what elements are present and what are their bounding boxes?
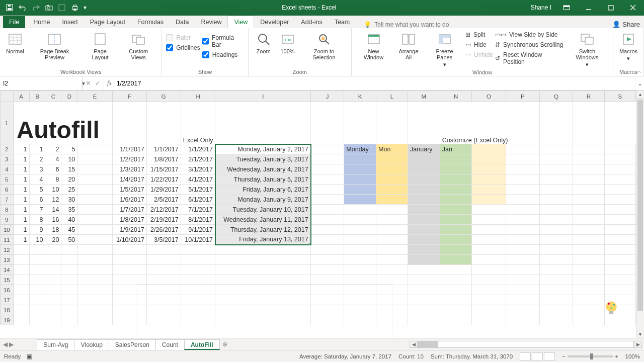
cell-H5[interactable]: 4/1/2017 bbox=[181, 174, 215, 185]
cell-G8[interactable]: 2/12/2017 bbox=[146, 205, 181, 215]
sheet-tab-autofill[interactable]: AutoFill bbox=[184, 339, 220, 350]
cell-C4[interactable]: 6 bbox=[45, 164, 61, 174]
cell-N7[interactable] bbox=[440, 195, 472, 205]
headings-checkbox[interactable]: Headings bbox=[202, 50, 244, 59]
cell-H15[interactable] bbox=[181, 275, 215, 285]
row-header-6[interactable]: 6 bbox=[1, 185, 14, 195]
cell-D7[interactable]: 30 bbox=[61, 195, 77, 205]
cell-R6[interactable] bbox=[573, 185, 604, 195]
sheet-nav[interactable]: ◀ ▶ bbox=[0, 338, 17, 350]
cell-N19[interactable] bbox=[440, 315, 472, 325]
cell-K9[interactable] bbox=[344, 215, 376, 225]
col-header-J[interactable]: J bbox=[311, 91, 344, 102]
page-break-button[interactable]: Page Break Preview bbox=[28, 30, 81, 61]
cell-R11[interactable] bbox=[573, 235, 604, 245]
cell-P8[interactable] bbox=[506, 205, 539, 215]
cell-C10[interactable]: 18 bbox=[45, 225, 61, 235]
cell-customize[interactable]: Customize (Excel Only) bbox=[440, 102, 539, 144]
cell-E18[interactable] bbox=[77, 305, 113, 315]
col-header-B[interactable]: B bbox=[29, 91, 45, 102]
cell-C6[interactable]: 10 bbox=[45, 185, 61, 195]
cell-I7[interactable]: Monday, January 9, 2017 bbox=[215, 195, 311, 205]
user-name[interactable]: Shane I bbox=[527, 4, 555, 11]
tab-team[interactable]: Team bbox=[329, 16, 356, 28]
switch-windows-button[interactable]: Switch Windows ▾ bbox=[566, 30, 609, 68]
cell-E19[interactable] bbox=[77, 315, 113, 325]
view-pagelayout-icon[interactable] bbox=[532, 352, 543, 360]
cell-L15[interactable] bbox=[376, 275, 408, 285]
col-header-D[interactable]: D bbox=[61, 91, 77, 102]
cell-F6[interactable]: 1/5/2017 bbox=[112, 185, 146, 195]
cell-M11[interactable] bbox=[408, 235, 440, 245]
cell-M14[interactable] bbox=[408, 265, 440, 275]
cell-A18[interactable] bbox=[13, 305, 29, 315]
cell-P10[interactable] bbox=[506, 225, 539, 235]
cell-L12[interactable] bbox=[376, 245, 408, 255]
vscroll-thumb[interactable] bbox=[637, 100, 643, 311]
cell-F13[interactable] bbox=[112, 255, 146, 265]
cell-A11[interactable]: 1 bbox=[13, 235, 29, 245]
cell-C13[interactable] bbox=[45, 255, 61, 265]
redo-icon[interactable] bbox=[30, 3, 41, 13]
camera-icon[interactable] bbox=[43, 3, 54, 13]
cell-L8[interactable] bbox=[376, 205, 408, 215]
cell-M8[interactable] bbox=[408, 205, 440, 215]
custom-views-button[interactable]: Custom Views bbox=[119, 30, 157, 61]
cell-I13[interactable] bbox=[215, 255, 311, 265]
cell-C12[interactable] bbox=[45, 245, 61, 255]
cell-M10[interactable] bbox=[408, 225, 440, 235]
col-header-L[interactable]: L bbox=[376, 91, 408, 102]
arrange-all-button[interactable]: Arrange All bbox=[393, 30, 424, 61]
tell-me[interactable]: 💡Tell me what you want to do bbox=[364, 21, 449, 28]
hscroll-thumb[interactable] bbox=[418, 341, 438, 347]
cell-S15[interactable] bbox=[604, 275, 636, 285]
zoom-button[interactable]: Zoom bbox=[253, 30, 275, 55]
cell-C5[interactable]: 8 bbox=[45, 174, 61, 185]
cell-C19[interactable] bbox=[45, 315, 61, 325]
maximize-icon[interactable] bbox=[600, 0, 622, 15]
cell-F2[interactable]: 1/1/2017 bbox=[112, 144, 146, 154]
view-normal-icon[interactable] bbox=[520, 352, 531, 360]
row-header-19[interactable]: 19 bbox=[1, 315, 14, 325]
col-header-S[interactable]: S bbox=[604, 91, 636, 102]
macro-record-icon[interactable]: ▣ bbox=[27, 353, 32, 360]
cell-G3[interactable]: 1/8/2017 bbox=[146, 154, 181, 164]
cell-I2[interactable]: Monday, January 2, 2017 bbox=[215, 144, 311, 154]
cell-K15[interactable] bbox=[344, 275, 376, 285]
cell-I15[interactable] bbox=[215, 275, 311, 285]
vertical-scrollbar[interactable]: ▲ ▼ bbox=[636, 90, 644, 338]
cell-A8[interactable]: 1 bbox=[13, 205, 29, 215]
cell-O2[interactable] bbox=[472, 144, 506, 154]
tab-home[interactable]: Home bbox=[27, 16, 56, 28]
cell-I10[interactable]: Thursday, January 12, 2017 bbox=[215, 225, 311, 235]
cell-L4[interactable] bbox=[376, 164, 408, 174]
cell-R12[interactable] bbox=[573, 245, 604, 255]
cell-B11[interactable]: 10 bbox=[29, 235, 45, 245]
sheet-tab-vlookup[interactable]: Vlookup bbox=[74, 339, 109, 350]
macros-button[interactable]: Macros ▾ bbox=[617, 30, 639, 62]
cell-N12[interactable] bbox=[440, 245, 472, 255]
cell-D16[interactable] bbox=[61, 285, 77, 295]
horizontal-scrollbar[interactable]: ◀ ▶ bbox=[230, 338, 644, 350]
cell-M3[interactable] bbox=[408, 154, 440, 164]
cell-A17[interactable] bbox=[13, 295, 29, 305]
cell-E10[interactable] bbox=[77, 225, 113, 235]
cell-E9[interactable] bbox=[77, 215, 113, 225]
cell-J8[interactable] bbox=[311, 205, 344, 215]
cell-M6[interactable] bbox=[408, 185, 440, 195]
name-box[interactable]: ▾ bbox=[0, 76, 83, 90]
cell-S7[interactable] bbox=[604, 195, 636, 205]
col-header-E[interactable]: E bbox=[77, 91, 113, 102]
col-header-P[interactable]: P bbox=[506, 91, 539, 102]
cell-J4[interactable] bbox=[311, 164, 344, 174]
cell-L7[interactable] bbox=[376, 195, 408, 205]
row-header-4[interactable]: 4 bbox=[1, 164, 14, 174]
cell-title[interactable]: Autofill bbox=[13, 102, 112, 144]
cell-F15[interactable] bbox=[112, 275, 146, 285]
cell-R18[interactable] bbox=[573, 305, 604, 315]
zoom-100-button[interactable]: 100100% bbox=[277, 30, 299, 55]
col-header-K[interactable]: K bbox=[344, 91, 376, 102]
cell-E4[interactable] bbox=[77, 164, 113, 174]
cell-J9[interactable] bbox=[311, 215, 344, 225]
cell-M18[interactable] bbox=[408, 305, 440, 315]
